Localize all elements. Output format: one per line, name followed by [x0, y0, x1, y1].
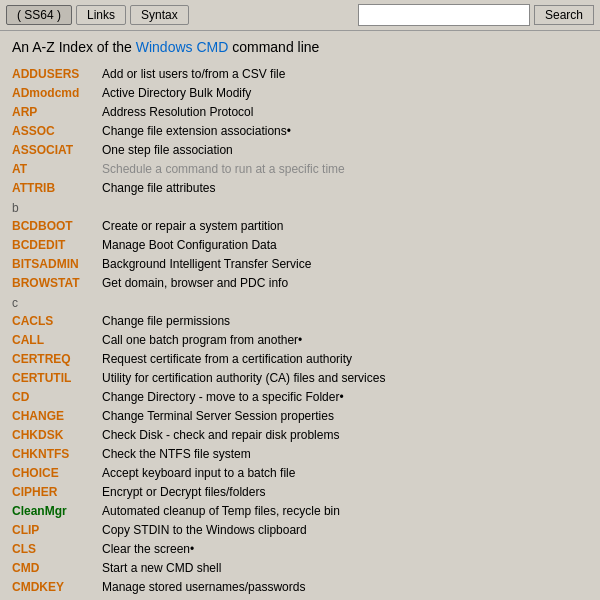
cmd-name[interactable]: CHOICE: [12, 464, 102, 482]
table-row: BROWSTATGet domain, browser and PDC info: [12, 274, 588, 292]
cmd-desc: Clear the screen•: [102, 540, 194, 558]
cmd-desc: Encrypt or Decrypt files/folders: [102, 483, 265, 501]
section-letter-b: b: [12, 201, 588, 215]
cmd-desc: Address Resolution Protocol: [102, 103, 253, 121]
table-row: ADDUSERSAdd or list users to/from a CSV …: [12, 65, 588, 83]
cmd-desc: Add or list users to/from a CSV file: [102, 65, 285, 83]
cmd-name[interactable]: CLS: [12, 540, 102, 558]
cmd-name[interactable]: ASSOCIAT: [12, 141, 102, 159]
main-content: An A-Z Index of the Windows CMD command …: [0, 31, 600, 599]
table-row: CleanMgrAutomated cleanup of Temp files,…: [12, 502, 588, 520]
cmd-name[interactable]: CHKDSK: [12, 426, 102, 444]
cmd-name[interactable]: AT: [12, 160, 102, 178]
page-title: An A-Z Index of the Windows CMD command …: [12, 39, 588, 55]
table-row: COLORChange colors of the CMD window•: [12, 597, 588, 599]
cmd-name[interactable]: CALL: [12, 331, 102, 349]
cmd-desc: Change colors of the CMD window•: [102, 597, 291, 599]
cmd-desc: Request certificate from a certification…: [102, 350, 352, 368]
cmd-desc: Background Intelligent Transfer Service: [102, 255, 311, 273]
table-row: BCDBOOTCreate or repair a system partiti…: [12, 217, 588, 235]
commands-container: ADDUSERSAdd or list users to/from a CSV …: [12, 65, 588, 599]
cmd-desc: Schedule a command to run at a specific …: [102, 160, 345, 178]
table-row: CERTREQRequest certificate from a certif…: [12, 350, 588, 368]
windows-cmd-link[interactable]: Windows CMD: [136, 39, 229, 55]
cmd-desc: Change file attributes: [102, 179, 215, 197]
table-row: CHOICEAccept keyboard input to a batch f…: [12, 464, 588, 482]
table-row: CIPHEREncrypt or Decrypt files/folders: [12, 483, 588, 501]
cmd-name[interactable]: CACLS: [12, 312, 102, 330]
cmd-name[interactable]: BCDBOOT: [12, 217, 102, 235]
cmd-name[interactable]: COLOR: [12, 597, 102, 599]
table-row: CMDKEYManage stored usernames/passwords: [12, 578, 588, 596]
cmd-desc: Copy STDIN to the Windows clipboard: [102, 521, 307, 539]
links-button[interactable]: Links: [76, 5, 126, 25]
table-row: CLSClear the screen•: [12, 540, 588, 558]
table-row: CHANGEChange Terminal Server Session pro…: [12, 407, 588, 425]
cmd-desc: Call one batch program from another•: [102, 331, 302, 349]
cmd-name[interactable]: ADDUSERS: [12, 65, 102, 83]
table-row: CLIPCopy STDIN to the Windows clipboard: [12, 521, 588, 539]
cmd-name[interactable]: BROWSTAT: [12, 274, 102, 292]
cmd-name[interactable]: CERTUTIL: [12, 369, 102, 387]
toolbar: ( SS64 ) Links Syntax Search: [0, 0, 600, 31]
table-row: CALLCall one batch program from another•: [12, 331, 588, 349]
cmd-desc: Change Terminal Server Session propertie…: [102, 407, 334, 425]
cmd-desc: Change file extension associations•: [102, 122, 291, 140]
cmd-name[interactable]: CMDKEY: [12, 578, 102, 596]
cmd-desc: Accept keyboard input to a batch file: [102, 464, 295, 482]
cmd-name[interactable]: CleanMgr: [12, 502, 102, 520]
page-title-suffix: command line: [232, 39, 319, 55]
cmd-name[interactable]: CMD: [12, 559, 102, 577]
table-row: ASSOCChange file extension associations•: [12, 122, 588, 140]
cmd-desc: Start a new CMD shell: [102, 559, 221, 577]
cmd-desc: Get domain, browser and PDC info: [102, 274, 288, 292]
cmd-desc: Change file permissions: [102, 312, 230, 330]
cmd-name[interactable]: CD: [12, 388, 102, 406]
table-row: CERTUTILUtility for certification author…: [12, 369, 588, 387]
search-button[interactable]: Search: [534, 5, 594, 25]
cmd-name[interactable]: CHKNTFS: [12, 445, 102, 463]
cmd-desc: One step file association: [102, 141, 233, 159]
ss64-button[interactable]: ( SS64 ): [6, 5, 72, 25]
section-letter-c: c: [12, 296, 588, 310]
cmd-name[interactable]: BITSADMIN: [12, 255, 102, 273]
syntax-button[interactable]: Syntax: [130, 5, 189, 25]
cmd-name[interactable]: ADmodcmd: [12, 84, 102, 102]
table-row: ASSOCIATOne step file association: [12, 141, 588, 159]
table-row: CHKNTFSCheck the NTFS file system: [12, 445, 588, 463]
cmd-name[interactable]: ASSOC: [12, 122, 102, 140]
cmd-desc: Change Directory - move to a specific Fo…: [102, 388, 344, 406]
cmd-name[interactable]: CLIP: [12, 521, 102, 539]
cmd-name[interactable]: ATTRIB: [12, 179, 102, 197]
cmd-desc: Automated cleanup of Temp files, recycle…: [102, 502, 340, 520]
page-title-prefix: An A-Z Index of the: [12, 39, 132, 55]
cmd-name[interactable]: CERTREQ: [12, 350, 102, 368]
cmd-desc: Manage Boot Configuration Data: [102, 236, 277, 254]
table-row: ATSchedule a command to run at a specifi…: [12, 160, 588, 178]
cmd-desc: Check Disk - check and repair disk probl…: [102, 426, 339, 444]
cmd-desc: Active Directory Bulk Modify: [102, 84, 251, 102]
table-row: BITSADMINBackground Intelligent Transfer…: [12, 255, 588, 273]
cmd-desc: Create or repair a system partition: [102, 217, 283, 235]
cmd-desc: Manage stored usernames/passwords: [102, 578, 305, 596]
table-row: BCDEDITManage Boot Configuration Data: [12, 236, 588, 254]
search-input[interactable]: [358, 4, 530, 26]
cmd-desc: Utility for certification authority (CA)…: [102, 369, 385, 387]
table-row: ADmodcmdActive Directory Bulk Modify: [12, 84, 588, 102]
cmd-name[interactable]: ARP: [12, 103, 102, 121]
table-row: CHKDSKCheck Disk - check and repair disk…: [12, 426, 588, 444]
cmd-name[interactable]: BCDEDIT: [12, 236, 102, 254]
cmd-name[interactable]: CHANGE: [12, 407, 102, 425]
table-row: ATTRIBChange file attributes: [12, 179, 588, 197]
table-row: CACLSChange file permissions: [12, 312, 588, 330]
cmd-desc: Check the NTFS file system: [102, 445, 251, 463]
cmd-name[interactable]: CIPHER: [12, 483, 102, 501]
table-row: CMDStart a new CMD shell: [12, 559, 588, 577]
table-row: ARPAddress Resolution Protocol: [12, 103, 588, 121]
table-row: CDChange Directory - move to a specific …: [12, 388, 588, 406]
